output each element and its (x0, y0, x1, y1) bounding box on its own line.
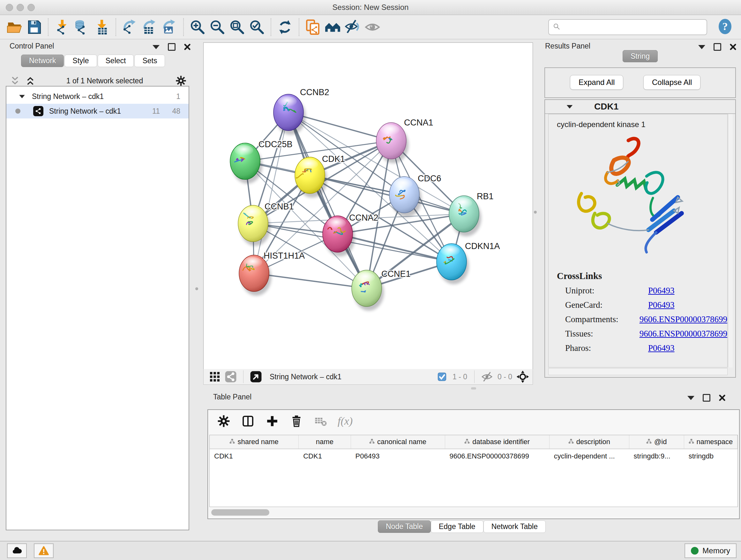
network-node-RB1[interactable]: RB1 (449, 192, 494, 236)
show-columns-icon[interactable] (241, 414, 255, 428)
search-box[interactable] (548, 19, 707, 35)
hidden-eye-slash-icon[interactable] (480, 370, 494, 383)
show-all-button[interactable] (362, 17, 382, 37)
cell-1[interactable]: CDK1 (299, 449, 351, 463)
table-horizontal-scrollbar[interactable] (209, 508, 738, 516)
edge-CCNB2-HIST1H1A[interactable] (254, 112, 288, 273)
crosslink-value-link[interactable]: 9606.ENSP00000378699 (639, 329, 727, 339)
crosslink-value-link[interactable]: 9606.ENSP00000378699 (639, 314, 727, 324)
network-node-CCNE1[interactable]: CCNE1 (352, 269, 411, 311)
results-panel-float-icon[interactable] (714, 43, 721, 51)
crosslink-value-link[interactable]: P06493 (648, 343, 675, 353)
warning-status-button[interactable] (34, 543, 54, 558)
cloud-status-button[interactable] (7, 543, 27, 558)
table-panel-collapse-icon[interactable] (687, 396, 694, 400)
cell-3[interactable]: 9606.ENSP00000378699 (445, 449, 549, 463)
gene-card-header[interactable]: CDK1 (545, 100, 735, 114)
search-input[interactable] (563, 23, 706, 32)
export-network-button[interactable] (120, 17, 140, 37)
network-node-CDKN1A[interactable]: CDKN1A (436, 241, 500, 284)
control-panel-close-icon[interactable] (184, 44, 191, 51)
first-neighbors-button[interactable] (323, 17, 343, 37)
grid-view-icon[interactable] (208, 370, 221, 383)
collapse-all-button[interactable]: Collapse All (643, 75, 700, 90)
tab-network[interactable]: Network (21, 55, 64, 67)
network-collection-row[interactable]: String Network – cdk1 1 (6, 89, 189, 104)
right-splitter-handle[interactable] (534, 211, 537, 213)
bottom-splitter-handle[interactable] (471, 387, 476, 389)
cell-6[interactable]: stringdb (684, 449, 738, 463)
tab-style[interactable]: Style (64, 55, 97, 67)
import-table-file-button[interactable] (92, 17, 112, 37)
expand-all-button[interactable]: Expand All (570, 75, 623, 90)
zoom-selected-button[interactable] (247, 17, 267, 37)
control-panel-float-icon[interactable] (168, 43, 176, 51)
results-panel-collapse-icon[interactable] (698, 45, 705, 49)
open-external-icon[interactable] (249, 370, 263, 383)
crosslink-value-link[interactable]: P06493 (648, 286, 675, 296)
cell-0[interactable]: CDK1 (210, 449, 299, 463)
delete-column-trash-icon[interactable] (289, 414, 304, 428)
clone-network-button[interactable] (303, 17, 323, 37)
network-view-canvas[interactable]: CCNB2 CCNA1 CDC25B CDK1 CDC6 RB1 CCNB1 (203, 43, 533, 369)
gene-card-collapse-icon[interactable] (567, 105, 573, 108)
results-vertical-scrollbar[interactable] (728, 114, 733, 368)
network-node-CCNA2[interactable]: CCNA2 (323, 213, 379, 256)
expand-all-icon[interactable] (25, 75, 36, 86)
network-node-CDC6[interactable]: CDC6 (389, 174, 441, 217)
tab-edge-table[interactable]: Edge Table (431, 520, 483, 533)
table-scrollbar-thumb[interactable] (211, 509, 269, 516)
edge-CCNB2-CCNE1[interactable] (288, 112, 367, 288)
column-header-canonical-name[interactable]: canonical name (351, 435, 445, 449)
table-panel-close-icon[interactable] (719, 394, 726, 401)
table-row[interactable]: CDK1CDK1P064939606.ENSP00000378699cyclin… (210, 449, 738, 463)
import-network-file-button[interactable] (52, 17, 72, 37)
network-node-CCNB1[interactable]: CCNB1 (238, 202, 294, 246)
column-header--id[interactable]: @id (629, 435, 684, 449)
table-options-gear-icon[interactable] (216, 414, 231, 428)
add-column-icon[interactable] (265, 414, 280, 428)
selected-checkbox-icon[interactable] (435, 370, 449, 383)
column-header-description[interactable]: description (549, 435, 629, 449)
cell-4[interactable]: cyclin-dependent ... (549, 449, 629, 463)
network-node-CCNA1[interactable]: CCNA1 (376, 118, 433, 163)
hide-selected-button[interactable] (343, 17, 362, 37)
crosslink-value-link[interactable]: P06493 (648, 300, 675, 310)
network-node-CCNB2[interactable]: CCNB2 (273, 87, 329, 135)
column-header-name[interactable]: name (299, 435, 351, 449)
save-session-button[interactable] (24, 17, 44, 37)
cell-5[interactable]: stringdb:9... (629, 449, 684, 463)
column-header-database-identifier[interactable]: database identifier (445, 435, 549, 449)
network-row-selected[interactable]: String Network – cdk1 11 48 (6, 104, 189, 118)
share-view-icon[interactable] (224, 370, 238, 383)
memory-button[interactable]: Memory (684, 543, 737, 558)
network-node-CDC25B[interactable]: CDC25B (230, 139, 293, 184)
zoom-fit-button[interactable] (227, 17, 247, 37)
results-panel-close-icon[interactable] (730, 44, 737, 51)
export-image-button[interactable] (159, 17, 179, 37)
help-button[interactable]: ? (717, 18, 733, 35)
cell-2[interactable]: P06493 (351, 449, 445, 463)
tab-string[interactable]: String (623, 50, 658, 62)
birdseye-view-icon[interactable] (516, 370, 529, 383)
tab-sets[interactable]: Sets (134, 55, 165, 67)
refresh-button[interactable] (275, 17, 295, 37)
export-table-button[interactable] (140, 17, 159, 37)
zoom-in-button[interactable] (188, 17, 207, 37)
network-node-CDK1[interactable]: CDK1 (295, 154, 345, 198)
import-network-database-button[interactable] (72, 17, 92, 37)
tab-select[interactable]: Select (98, 55, 134, 67)
results-horizontal-scrollbar[interactable] (548, 368, 728, 375)
column-header-shared-name[interactable]: shared name (210, 435, 299, 449)
tab-network-table[interactable]: Network Table (483, 520, 546, 533)
collapse-all-icon[interactable] (10, 75, 20, 86)
control-panel-collapse-icon[interactable] (152, 45, 159, 49)
left-splitter-handle[interactable] (195, 287, 198, 290)
open-session-button[interactable] (4, 17, 24, 37)
network-node-HIST1H1A[interactable]: HIST1H1A (239, 251, 305, 296)
column-header-namespace[interactable]: namespace (684, 435, 738, 449)
zoom-out-button[interactable] (207, 17, 227, 37)
tree-expand-icon[interactable] (19, 95, 25, 98)
tab-node-table[interactable]: Node Table (378, 520, 431, 533)
table-panel-float-icon[interactable] (703, 394, 711, 401)
